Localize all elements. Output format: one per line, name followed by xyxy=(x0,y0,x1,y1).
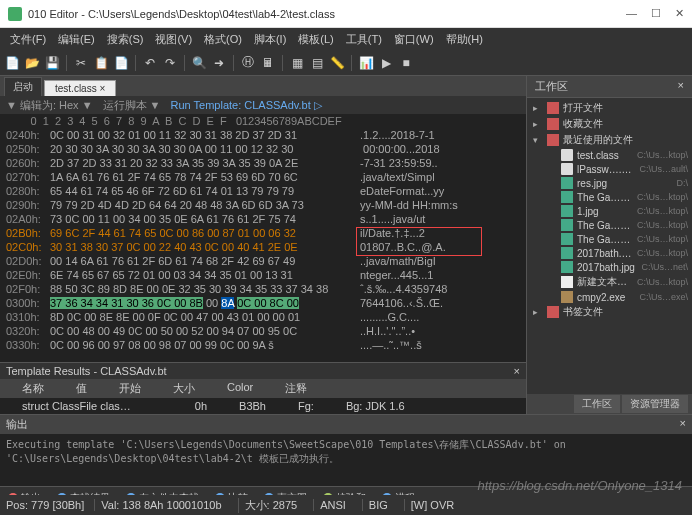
hex-row[interactable]: 02E0h:6E 74 65 67 65 72 01 00 03 34 34 3… xyxy=(0,268,526,282)
file-icon xyxy=(561,163,573,175)
hex-view[interactable]: 0 1 2 3 4 5 6 7 8 9 A B C D E F 01234567… xyxy=(0,114,526,362)
workspace-item[interactable]: ▾最近使用的文件 xyxy=(527,132,692,148)
column-header[interactable]: 注释 xyxy=(269,381,323,396)
menu-item[interactable]: 模板(L) xyxy=(292,30,339,49)
copy-icon[interactable]: 📋 xyxy=(93,55,109,71)
workspace-item[interactable]: res.jpgD:\ xyxy=(527,176,692,190)
hex-row[interactable]: 0330h:0C 00 96 00 97 08 00 98 07 00 99 0… xyxy=(0,338,526,352)
hex-row[interactable]: 0260h:2D 37 2D 33 31 20 32 33 3A 35 39 3… xyxy=(0,156,526,170)
run-template[interactable]: Run Template: CLASSAdv.bt ▷ xyxy=(171,99,322,112)
hex-row[interactable]: 0290h:79 79 2D 4D 4D 2D 64 64 20 48 48 3… xyxy=(0,198,526,212)
edit-mode[interactable]: ▼ 编辑为: Hex ▼ xyxy=(6,98,93,113)
find-icon[interactable]: 🔍 xyxy=(191,55,207,71)
hex-row[interactable]: 0280h:65 44 61 74 65 46 6F 72 6D 61 74 0… xyxy=(0,184,526,198)
expand-icon[interactable]: ▸ xyxy=(533,119,543,129)
exe-icon xyxy=(561,291,573,303)
workspace-item[interactable]: The Ga…rs.jpgC:\Us…ktop\ xyxy=(527,190,692,204)
close-icon[interactable]: × xyxy=(678,79,684,94)
column-header[interactable]: Color xyxy=(211,381,269,396)
workspace-item[interactable]: ▸书签文件 xyxy=(527,304,692,320)
template-columns: 名称值开始大小Color注释 xyxy=(0,379,526,398)
workspace-item[interactable]: ▸收藏文件 xyxy=(527,116,692,132)
hex-row[interactable]: 0310h:8D 0C 00 8E 8E 00 0F 0C 00 47 00 4… xyxy=(0,310,526,324)
paste-icon[interactable]: 📄 xyxy=(113,55,129,71)
stop-icon[interactable]: ■ xyxy=(398,55,414,71)
ruler-icon[interactable]: 📏 xyxy=(329,55,345,71)
menu-item[interactable]: 工具(T) xyxy=(340,30,388,49)
hex-row[interactable]: 0300h:37 36 34 34 31 30 36 0C 00 8B 00 8… xyxy=(0,296,526,310)
grid2-icon[interactable]: ▤ xyxy=(309,55,325,71)
workspace-item[interactable]: 新建文本….txtC:\Us…ktop\ xyxy=(527,274,692,290)
window-buttons: — ☐ ✕ xyxy=(626,7,684,20)
redo-icon[interactable]: ↷ xyxy=(162,55,178,71)
output-body[interactable]: Executing template 'C:\Users\Legends\Doc… xyxy=(0,434,692,486)
hex-row[interactable]: 02B0h:69 6C 2F 44 61 74 65 0C 00 86 00 8… xyxy=(0,226,526,240)
calc-icon[interactable]: 🖩 xyxy=(260,55,276,71)
hex-row[interactable]: 0320h:0C 00 48 00 49 0C 00 50 00 52 00 9… xyxy=(0,324,526,338)
workspace-list[interactable]: ▸打开文件▸收藏文件▾最近使用的文件test.classC:\Us…ktop\l… xyxy=(527,98,692,394)
expand-icon[interactable]: ▸ xyxy=(533,307,543,317)
template-row[interactable]: struct ClassFile clas…0hB3BhFg:Bg: JDK 1… xyxy=(0,398,526,414)
goto-icon[interactable]: ➜ xyxy=(211,55,227,71)
run-script[interactable]: 运行脚本 ▼ xyxy=(103,98,161,113)
run-icon[interactable]: ▶ xyxy=(378,55,394,71)
hex-row[interactable]: 0250h:20 30 30 3A 30 30 3A 30 30 0A 00 1… xyxy=(0,142,526,156)
menu-item[interactable]: 文件(F) xyxy=(4,30,52,49)
menu-item[interactable]: 搜索(S) xyxy=(101,30,150,49)
workspace-item[interactable]: test.classC:\Us…ktop\ xyxy=(527,148,692,162)
maximize-button[interactable]: ☐ xyxy=(651,7,661,20)
column-header[interactable]: 大小 xyxy=(157,381,211,396)
book-icon xyxy=(547,134,559,146)
editor-pane: 启动 test.class × ▼ 编辑为: Hex ▼ 运行脚本 ▼ Run … xyxy=(0,76,526,414)
workspace-item[interactable]: 2017bath.jpgC:\Us…net\ xyxy=(527,260,692,274)
open-icon[interactable]: 📂 xyxy=(24,55,40,71)
tab-strip: 启动 test.class × xyxy=(0,76,526,96)
workspace-item[interactable]: ▸打开文件 xyxy=(527,100,692,116)
cut-icon[interactable]: ✂ xyxy=(73,55,89,71)
column-header[interactable]: 名称 xyxy=(6,381,60,396)
status-end: BIG xyxy=(362,499,394,511)
expand-icon[interactable]: ▾ xyxy=(533,135,543,145)
chart-icon[interactable]: 📊 xyxy=(358,55,374,71)
grid-icon[interactable]: ▦ xyxy=(289,55,305,71)
hex-row[interactable]: 02A0h:73 0C 00 11 00 34 00 35 0E 6A 61 7… xyxy=(0,212,526,226)
undo-icon[interactable]: ↶ xyxy=(142,55,158,71)
workspace-item[interactable]: The Ga…rs.pngC:\Us…ktop\ xyxy=(527,232,692,246)
hex-icon[interactable]: Ⓗ xyxy=(240,55,256,71)
column-header[interactable]: 值 xyxy=(60,381,103,396)
hex-row[interactable]: 02F0h:88 50 3C 89 8D 8E 00 0E 32 35 30 3… xyxy=(0,282,526,296)
hex-row[interactable]: 0270h:1A 6A 61 76 61 2F 74 65 78 74 2F 5… xyxy=(0,170,526,184)
workspace-item[interactable]: cmpy2.exeC:\Us…exe\ xyxy=(527,290,692,304)
menu-item[interactable]: 脚本(I) xyxy=(248,30,292,49)
file-tab[interactable]: test.class × xyxy=(44,80,116,96)
column-header[interactable]: 开始 xyxy=(103,381,157,396)
explorer-tab[interactable]: 资源管理器 xyxy=(622,395,688,413)
menubar: 文件(F)编辑(E)搜索(S)视图(V)格式(O)脚本(I)模板(L)工具(T)… xyxy=(0,28,692,50)
menu-item[interactable]: 格式(O) xyxy=(198,30,248,49)
expand-icon[interactable]: ▸ xyxy=(533,103,543,113)
workspace-tabs: 工作区 资源管理器 xyxy=(527,394,692,414)
minimize-button[interactable]: — xyxy=(626,7,637,20)
img-icon xyxy=(561,205,573,217)
new-icon[interactable]: 📄 xyxy=(4,55,20,71)
hex-row[interactable]: 02C0h:30 31 38 30 37 0C 00 22 40 43 0C 0… xyxy=(0,240,526,254)
workspace-item[interactable]: 1.jpgC:\Us…ktop\ xyxy=(527,204,692,218)
menu-item[interactable]: 编辑(E) xyxy=(52,30,101,49)
app-icon xyxy=(8,7,22,21)
close-icon[interactable]: × xyxy=(680,417,686,432)
workspace-tab[interactable]: 工作区 xyxy=(574,395,620,413)
start-tab[interactable]: 启动 xyxy=(4,77,42,96)
menu-item[interactable]: 窗口(W) xyxy=(388,30,440,49)
template-results: Template Results - CLASSAdv.bt× 名称值开始大小C… xyxy=(0,362,526,414)
hex-row[interactable]: 02D0h:00 14 6A 61 76 61 2F 6D 61 74 68 2… xyxy=(0,254,526,268)
workspace-item[interactable]: The Ga…rs.jpgC:\Us…ktop\ xyxy=(527,218,692,232)
workspace-item[interactable]: 2017bath.pngC:\Us…ktop\ xyxy=(527,246,692,260)
menu-item[interactable]: 帮助(H) xyxy=(440,30,489,49)
save-icon[interactable]: 💾 xyxy=(44,55,60,71)
menu-item[interactable]: 视图(V) xyxy=(149,30,198,49)
close-icon[interactable]: × xyxy=(514,365,520,377)
hex-row[interactable]: 0240h:0C 00 31 00 32 01 00 11 32 30 31 3… xyxy=(0,128,526,142)
close-button[interactable]: ✕ xyxy=(675,7,684,20)
template-results-title: Template Results - CLASSAdv.bt xyxy=(6,365,167,377)
workspace-item[interactable]: lPassw….classC:\Us…ault\ xyxy=(527,162,692,176)
